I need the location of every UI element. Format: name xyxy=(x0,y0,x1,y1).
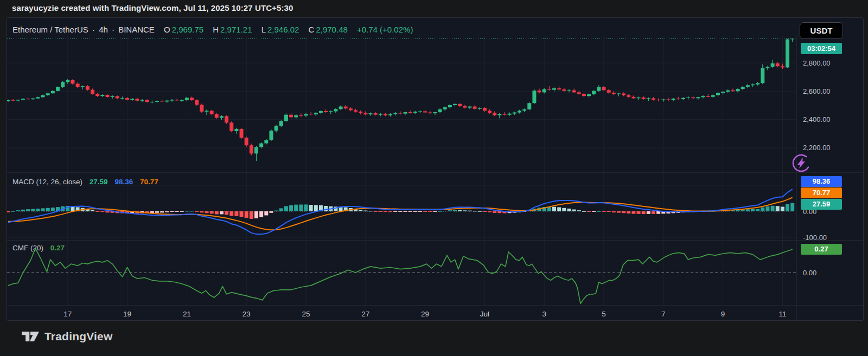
cmf-value: 0.27 xyxy=(50,244,65,252)
tradingview-logo-icon xyxy=(22,330,40,343)
screenshot-stage: sarayucyzie created with TradingView.com… xyxy=(0,0,868,356)
chart-widget: 2,800.002,600.002,400.002,200.000.00-100… xyxy=(7,17,864,321)
macd-legend[interactable]: MACD (12, 26, close) 27.59 98.36 70.77 xyxy=(12,178,158,186)
price-tick-label: 2,200.00 xyxy=(803,144,831,152)
footer-bar: TradingView xyxy=(0,321,868,356)
time-tick-label[interactable]: 29 xyxy=(421,310,429,318)
macd-line-value: 98.36 xyxy=(114,178,133,186)
time-tick-label[interactable]: 19 xyxy=(123,310,131,318)
macd-title[interactable]: MACD (12, 26, close) xyxy=(12,178,82,186)
time-tick-label[interactable]: Jul xyxy=(480,310,489,318)
macd-signal-line xyxy=(8,198,793,230)
signal-axis-badge: 70.77 xyxy=(801,187,842,198)
exchange-label[interactable]: BINANCE xyxy=(118,25,155,34)
cmf-axis-badge: 0.27 xyxy=(801,244,842,255)
price-tick-label: 2,600.00 xyxy=(803,87,831,95)
interval-label[interactable]: 4h xyxy=(99,25,108,34)
time-tick-label[interactable]: 11 xyxy=(778,310,786,318)
close-value: 2,970.48 xyxy=(316,25,347,34)
bar-countdown-badge: 03:02:54 xyxy=(801,43,842,54)
time-tick-label[interactable]: 27 xyxy=(361,310,369,318)
low-value: 2,946.02 xyxy=(267,25,299,34)
macd-signal-value: 70.77 xyxy=(140,178,158,186)
separator-dot: · xyxy=(112,25,114,34)
cmf-title[interactable]: CMF (20) xyxy=(12,244,43,252)
currency-toggle-button[interactable]: USDT xyxy=(800,22,843,39)
boost-lightning-icon[interactable] xyxy=(793,155,809,171)
symbol-header[interactable]: Ethereum / TetherUS · 4h · BINANCE O2,96… xyxy=(12,25,414,34)
separator-dot: · xyxy=(92,25,95,34)
time-tick-label[interactable]: 17 xyxy=(63,310,72,318)
low-label: L xyxy=(261,25,266,34)
time-tick-label[interactable]: 9 xyxy=(721,310,725,318)
change-value: +0.74 (+0.02%) xyxy=(357,25,413,34)
symbol-name[interactable]: Ethereum / TetherUS xyxy=(12,25,88,34)
time-tick-label[interactable]: 3 xyxy=(542,310,546,318)
chart-canvas[interactable]: 2,800.002,600.002,400.002,200.000.00-100… xyxy=(7,18,863,320)
grid-lines xyxy=(7,36,796,306)
time-tick-label[interactable]: 23 xyxy=(242,310,251,318)
top-bar: sarayucyzie created with TradingView.com… xyxy=(0,0,868,17)
cmf-tick-label: 0.00 xyxy=(803,269,816,277)
cmf-line xyxy=(8,249,793,304)
time-tick-label[interactable]: 21 xyxy=(183,310,191,318)
open-value: 2,969.75 xyxy=(172,25,203,34)
hist-axis-badge: 27.59 xyxy=(801,199,842,210)
brand-text: TradingView xyxy=(44,330,113,343)
price-tick-label: 2,800.00 xyxy=(803,59,831,67)
macd-hist-value: 27.59 xyxy=(90,178,108,186)
time-axis-labels: 17192123252729Jul357911 xyxy=(63,310,786,318)
time-tick-label[interactable]: 25 xyxy=(302,310,310,318)
close-label: C xyxy=(309,25,315,34)
cmf-legend[interactable]: CMF (20) 0.27 xyxy=(12,244,65,252)
high-value: 2,971.21 xyxy=(220,25,252,34)
high-label: H xyxy=(213,25,219,34)
attribution-text: sarayucyzie created with TradingView.com… xyxy=(12,3,293,12)
price-tick-label: 2,400.00 xyxy=(803,115,831,124)
open-label: O xyxy=(164,25,170,34)
macd-tick-label: -100.00 xyxy=(803,234,827,242)
time-tick-label[interactable]: 5 xyxy=(602,310,606,318)
time-tick-label[interactable]: 7 xyxy=(661,310,666,318)
candles xyxy=(7,38,794,161)
macd-axis-badge: 98.36 xyxy=(801,176,842,187)
tradingview-brand-link[interactable]: TradingView xyxy=(22,330,113,343)
